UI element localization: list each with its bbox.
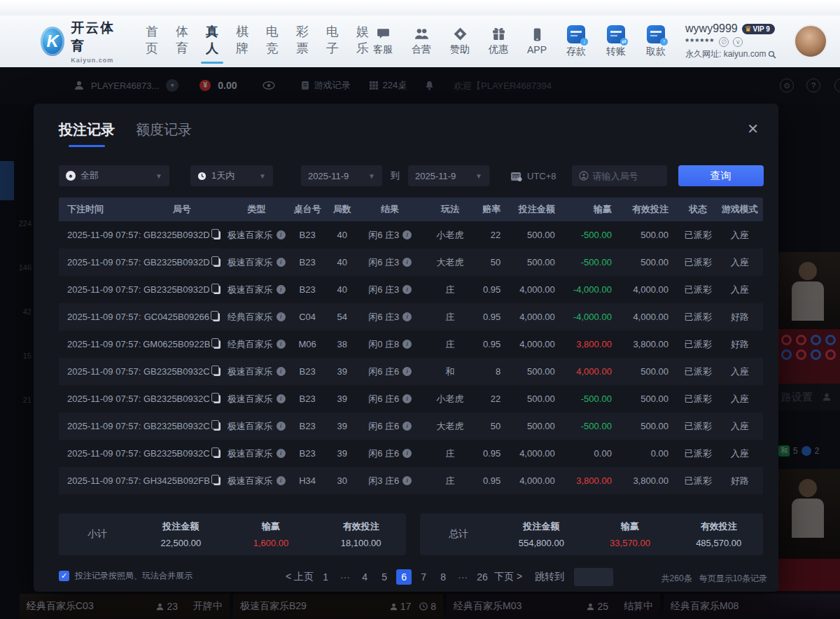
info-icon[interactable] <box>402 422 412 431</box>
avatar[interactable] <box>794 25 827 58</box>
info-icon[interactable] <box>276 258 286 267</box>
deposit-link[interactable]: ↓ 存款 <box>561 25 591 58</box>
cell-bet-time: 2025-11-09 07:57:16 <box>59 385 141 412</box>
sponsor-link[interactable]: 赞助 <box>446 27 474 56</box>
page-button[interactable]: ··· <box>337 569 353 585</box>
info-icon[interactable] <box>276 449 286 458</box>
info-icon[interactable] <box>276 230 286 239</box>
cell-play: 庄 <box>421 331 479 358</box>
nav-item[interactable]: 真人 <box>206 23 218 60</box>
page-button[interactable]: 4 <box>357 569 372 585</box>
info-icon[interactable] <box>402 367 412 376</box>
cell-odds: 0.95 <box>479 331 512 358</box>
info-icon[interactable] <box>276 422 286 431</box>
app-link[interactable]: APP <box>523 27 551 55</box>
username: wywy9999 <box>685 22 738 35</box>
date-to-picker[interactable]: 2025-11-9▼ <box>408 165 489 186</box>
modal-tab[interactable]: 额度记录 <box>136 120 192 139</box>
promo-link[interactable]: 优惠 <box>484 27 512 56</box>
cell-valid: 0.00 <box>623 440 680 467</box>
page-button[interactable]: 1 <box>318 569 333 585</box>
withdraw-link[interactable]: ↑ 取款 <box>641 25 671 58</box>
info-icon[interactable] <box>402 312 412 321</box>
cell-table-no: C04 <box>290 303 325 331</box>
cell-round-id: GM0625B0922B <box>141 331 223 358</box>
copy-icon[interactable] <box>214 395 220 403</box>
calendar-icon <box>510 171 522 181</box>
page-button[interactable]: 6 <box>396 569 412 585</box>
info-icon[interactable] <box>276 340 286 349</box>
info-icon[interactable] <box>402 394 412 403</box>
cell-round-id: GB2325B0932D <box>141 221 223 249</box>
cell-bet-time: 2025-11-09 07:57:47 <box>59 276 141 303</box>
eye-off-icon[interactable]: ∅ <box>719 37 729 47</box>
service-link[interactable]: 客服 <box>369 27 397 56</box>
merge-checkbox[interactable] <box>59 571 69 581</box>
info-icon[interactable] <box>402 285 412 294</box>
round-search-input[interactable] <box>593 171 660 181</box>
copy-icon[interactable] <box>214 231 220 239</box>
next-page-button[interactable]: 下页 > <box>494 571 522 583</box>
copy-icon[interactable] <box>214 422 220 431</box>
page-button[interactable]: ··· <box>455 569 470 585</box>
info-icon[interactable] <box>402 230 412 239</box>
total-label: 总计 <box>420 528 497 541</box>
header-game-type: 类型 <box>223 197 290 221</box>
partner-link[interactable]: 合营 <box>407 27 435 56</box>
page-button[interactable]: 5 <box>377 569 392 585</box>
info-icon[interactable] <box>276 394 286 403</box>
page-button[interactable]: 26 <box>475 569 490 585</box>
close-icon[interactable]: ✕ <box>747 120 759 137</box>
nav-item[interactable]: 棋牌 <box>236 23 248 60</box>
cell-odds: 0.95 <box>479 276 512 303</box>
transfer-link[interactable]: ⇄ 转账 <box>601 25 631 58</box>
modal-tab[interactable]: 投注记录 <box>59 120 115 139</box>
query-button[interactable]: 查询 <box>678 165 764 186</box>
cell-result: 闲6 庄6 <box>359 440 421 467</box>
cell-result: 闲6 庄6 <box>359 358 421 385</box>
game-type-dropdown[interactable]: ♠ 全部▼ <box>59 165 169 186</box>
header-valid: 有效投注 <box>623 197 680 221</box>
partner-label: 合营 <box>412 43 431 56</box>
refresh-icon[interactable]: ∨ <box>733 37 743 47</box>
info-icon[interactable] <box>402 449 412 458</box>
info-icon[interactable] <box>276 312 286 321</box>
brand-logo[interactable]: K 开云体育 Kaiyun.com <box>41 19 119 64</box>
nav-item[interactable]: 电竞 <box>266 23 279 60</box>
cell-win-loss: -4,000.00 <box>566 303 623 331</box>
date-from-picker[interactable]: 2025-11-9▼ <box>301 165 382 186</box>
nav-item[interactable]: 体育 <box>176 23 188 60</box>
info-icon[interactable] <box>402 476 412 485</box>
copy-icon[interactable] <box>214 258 220 267</box>
withdraw-icon: ↑ <box>647 25 665 43</box>
cell-game-type: 极速百家乐 <box>223 412 290 440</box>
copy-icon[interactable] <box>214 450 220 458</box>
page-button[interactable]: 8 <box>435 569 451 585</box>
copy-icon[interactable] <box>214 286 220 294</box>
info-icon[interactable] <box>276 285 286 294</box>
copy-icon[interactable] <box>214 477 220 485</box>
total-count: 共260条 <box>662 573 692 585</box>
info-icon[interactable] <box>276 476 286 485</box>
nav-item[interactable]: 娱乐 <box>356 23 369 60</box>
prev-page-button[interactable]: < 上页 <box>286 571 314 583</box>
cell-status: 已派彩 <box>680 412 716 440</box>
info-icon[interactable] <box>402 258 412 267</box>
pagination: < 上页 1 ··· 4 5 6 7 8 ··· 26 下页 > 跳转到 <box>286 568 613 586</box>
nav-item[interactable]: 电子 <box>326 23 339 60</box>
info-icon[interactable] <box>276 367 286 376</box>
copy-icon[interactable] <box>214 368 220 376</box>
nav-item[interactable]: 彩票 <box>296 23 309 60</box>
jump-page-input[interactable] <box>574 568 613 586</box>
copy-icon[interactable] <box>214 340 220 349</box>
cell-round-id: GB2325B0932C <box>141 358 223 385</box>
info-icon[interactable] <box>402 340 412 349</box>
magnifier-icon[interactable] <box>768 50 776 59</box>
cell-win-loss: -500.00 <box>566 412 623 440</box>
copy-icon[interactable] <box>213 313 220 321</box>
nav-item[interactable]: 首页 <box>146 23 158 60</box>
page-button[interactable]: 7 <box>416 569 431 585</box>
main-nav: 首页 体育 真人 棋牌 电竞 彩票 电子 娱乐 <box>146 23 369 60</box>
round-icon <box>579 171 589 181</box>
time-range-dropdown[interactable]: 1天内▼ <box>190 165 273 186</box>
